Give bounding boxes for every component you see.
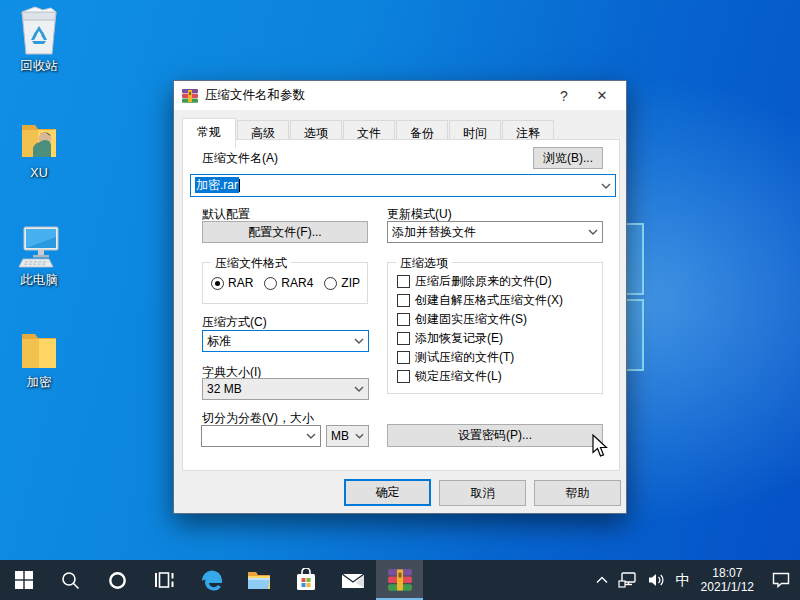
update-mode-value: 添加并替换文件 xyxy=(392,224,584,241)
archive-format-group-title: 压缩文件格式 xyxy=(211,255,291,272)
checkbox-delete-files[interactable]: 压缩后删除原来的文件(D) xyxy=(397,273,552,290)
file-explorer-button[interactable] xyxy=(235,560,282,600)
edge-button[interactable] xyxy=(188,560,235,600)
winrar-archive-dialog: 压缩文件名和参数 ? ✕ 常规 高级 选项 文件 备份 时间 注释 压缩文件名(… xyxy=(173,80,627,514)
checkbox-label: 添加恢复记录(E) xyxy=(415,330,503,347)
radio-label: RAR xyxy=(228,276,253,290)
tray-chevron-up-icon[interactable] xyxy=(596,576,608,584)
archive-name-value: 加密.rar xyxy=(195,177,239,193)
checkbox-label: 测试压缩的文件(T) xyxy=(415,349,514,366)
tray-date: 2021/1/12 xyxy=(701,580,754,594)
windows-start-icon xyxy=(15,571,33,589)
radio-dot xyxy=(211,277,224,290)
checkbox-lock-archive[interactable]: 锁定压缩文件(L) xyxy=(397,368,502,385)
chevron-down-icon[interactable] xyxy=(584,222,602,242)
winrar-icon xyxy=(182,89,198,103)
action-center-icon[interactable] xyxy=(772,572,790,588)
ime-indicator[interactable]: 中 xyxy=(676,571,691,590)
network-icon[interactable] xyxy=(618,572,638,588)
compression-options-group-title: 压缩选项 xyxy=(396,255,452,272)
compression-method-label: 压缩方式(C) xyxy=(202,314,267,331)
checkbox-label: 压缩后删除原来的文件(D) xyxy=(415,273,552,290)
text-caret xyxy=(239,179,240,192)
file-explorer-icon xyxy=(247,569,271,591)
winrar-taskbar-button[interactable] xyxy=(376,560,423,600)
help-button[interactable]: ? xyxy=(545,83,583,108)
close-button[interactable]: ✕ xyxy=(583,83,621,108)
set-password-button[interactable]: 设置密码(P)... xyxy=(387,424,603,447)
ok-button[interactable]: 确定 xyxy=(344,479,431,506)
checkbox-box xyxy=(397,313,410,326)
checkbox-label: 创建固实压缩文件(S) xyxy=(415,311,527,328)
checkbox-recovery-record[interactable]: 添加恢复记录(E) xyxy=(397,330,503,347)
compression-method-combobox[interactable]: 标准 xyxy=(202,330,369,352)
dictionary-size-value: 32 MB xyxy=(207,382,350,396)
radio-dot xyxy=(324,277,337,290)
start-button[interactable] xyxy=(0,560,47,600)
volume-icon[interactable] xyxy=(648,572,666,588)
dictionary-size-combobox[interactable]: 32 MB xyxy=(202,378,369,400)
search-button[interactable] xyxy=(47,560,94,600)
chevron-down-icon[interactable] xyxy=(350,379,368,399)
checkbox-label: 锁定压缩文件(L) xyxy=(415,368,502,385)
checkbox-sfx-archive[interactable]: 创建自解压格式压缩文件(X) xyxy=(397,292,563,309)
desktop-icon-label: 回收站 xyxy=(1,59,77,73)
dialog-titlebar[interactable]: 压缩文件名和参数 ? ✕ xyxy=(174,81,626,110)
chevron-down-icon[interactable] xyxy=(350,426,368,446)
desktop-icon-label: 此电脑 xyxy=(1,273,77,287)
desktop-icon-recycle-bin[interactable]: 回收站 xyxy=(1,6,77,73)
compression-options-group: 压缩选项 压缩后删除原来的文件(D) 创建自解压格式压缩文件(X) 创建固实压缩… xyxy=(387,262,603,394)
chevron-down-icon[interactable] xyxy=(302,426,320,446)
system-tray: 中 18:07 2021/1/12 xyxy=(596,560,800,600)
checkbox-box xyxy=(397,351,410,364)
clock[interactable]: 18:07 2021/1/12 xyxy=(701,566,754,594)
archive-format-group: 压缩文件格式 RAR RAR4 ZIP xyxy=(202,262,368,304)
mouse-cursor xyxy=(592,434,608,458)
checkbox-box xyxy=(397,370,410,383)
cortana-button[interactable] xyxy=(94,560,141,600)
task-view-button[interactable] xyxy=(141,560,188,600)
browse-button[interactable]: 浏览(B)... xyxy=(533,147,603,169)
desktop: 回收站 XU 此电脑 xyxy=(0,0,800,600)
split-volumes-combobox[interactable] xyxy=(201,425,321,447)
store-button[interactable] xyxy=(282,560,329,600)
chevron-down-icon[interactable] xyxy=(597,175,615,196)
update-mode-combobox[interactable]: 添加并替换文件 xyxy=(387,221,603,243)
desktop-icon-label: XU xyxy=(1,166,77,180)
radio-rar[interactable]: RAR xyxy=(211,276,253,290)
search-icon xyxy=(61,571,80,590)
checkbox-box xyxy=(397,332,410,345)
compression-method-value: 标准 xyxy=(207,333,350,350)
cancel-button[interactable]: 取消 xyxy=(439,480,526,506)
dialog-title: 压缩文件名和参数 xyxy=(205,87,545,104)
desktop-icon-folder-jiami[interactable]: 加密 xyxy=(1,328,77,389)
chevron-down-icon[interactable] xyxy=(350,331,368,351)
radio-zip[interactable]: ZIP xyxy=(324,276,360,290)
split-unit-combobox[interactable]: MB xyxy=(326,425,369,447)
mail-button[interactable] xyxy=(329,560,376,600)
folder-icon xyxy=(16,328,62,372)
checkbox-box xyxy=(397,275,410,288)
desktop-icon-user-folder[interactable]: XU xyxy=(1,117,77,180)
checkbox-label: 创建自解压格式压缩文件(X) xyxy=(415,292,563,309)
radio-rar4[interactable]: RAR4 xyxy=(264,276,313,290)
checkbox-test-files[interactable]: 测试压缩的文件(T) xyxy=(397,349,514,366)
radio-label: RAR4 xyxy=(281,276,313,290)
tab-page-general: 压缩文件名(A) 浏览(B)... 加密.rar 默认配置 更新模式(U) 配置… xyxy=(182,139,620,471)
desktop-icon-this-pc[interactable]: 此电脑 xyxy=(1,224,77,287)
archive-name-label: 压缩文件名(A) xyxy=(202,150,278,167)
edge-icon xyxy=(200,568,224,592)
archive-name-combobox[interactable]: 加密.rar xyxy=(190,174,616,197)
tray-time: 18:07 xyxy=(701,566,754,580)
task-view-icon xyxy=(155,571,175,589)
split-unit-value: MB xyxy=(331,429,350,443)
mail-icon xyxy=(341,570,365,590)
checkbox-solid-archive[interactable]: 创建固实压缩文件(S) xyxy=(397,311,527,328)
winrar-taskbar-icon xyxy=(387,568,413,592)
help-footer-button[interactable]: 帮助 xyxy=(534,480,621,506)
taskbar: 中 18:07 2021/1/12 xyxy=(0,560,800,600)
tab-general[interactable]: 常规 xyxy=(182,118,236,148)
profile-button[interactable]: 配置文件(F)... xyxy=(202,221,368,243)
cortana-icon xyxy=(108,571,127,590)
checkbox-box xyxy=(397,294,410,307)
